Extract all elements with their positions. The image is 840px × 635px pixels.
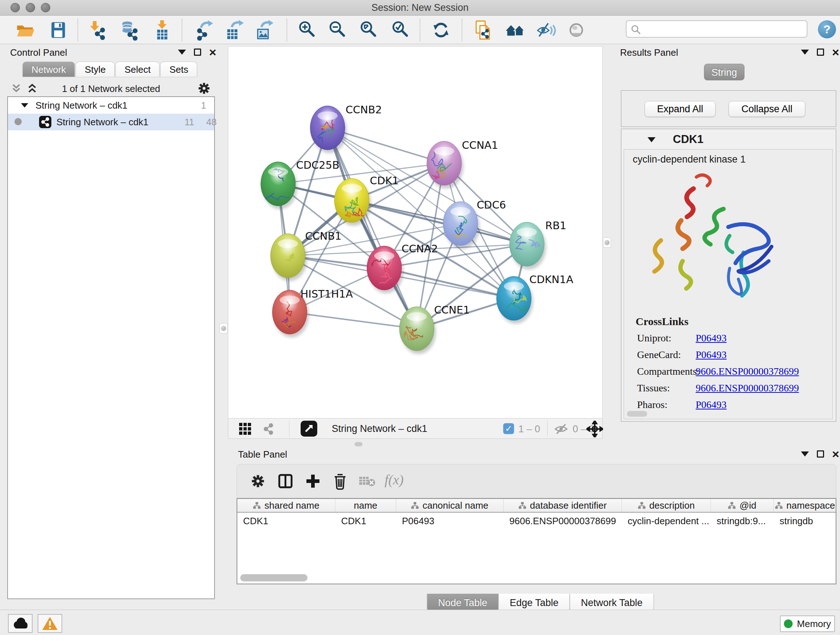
search-field[interactable] [626, 20, 807, 38]
crosslink-label: Compartments: [624, 366, 696, 377]
tab-string[interactable]: String [704, 64, 745, 80]
delete-column-icon[interactable] [332, 472, 348, 490]
table-cell[interactable]: P06493 [396, 516, 504, 527]
maximize-panel-icon[interactable] [817, 450, 824, 458]
column-header-namespace[interactable]: namespace [774, 499, 836, 512]
warning-status-button[interactable] [38, 614, 62, 633]
crosslink-value[interactable]: P06493 [696, 349, 727, 361]
network-node-hist1h1a[interactable]: HIST1H1A [272, 288, 353, 337]
network-node-ccnb2[interactable]: CCNB2 [310, 103, 382, 153]
selected-checkbox-icon[interactable]: ✓ [503, 423, 514, 434]
clone-network-file-icon[interactable] [473, 19, 494, 41]
crosslink-value[interactable]: P06493 [696, 333, 727, 344]
export-table-icon[interactable] [224, 19, 245, 41]
table-cell[interactable]: CDK1 [237, 516, 335, 527]
zoom-in-icon[interactable] [297, 19, 317, 41]
details-hscroll-thumb[interactable] [627, 411, 647, 417]
tab-select[interactable]: Select [115, 62, 159, 77]
birdseye-view-icon[interactable] [238, 422, 252, 436]
maximize-panel-icon[interactable] [817, 49, 824, 56]
show-columns-icon[interactable] [278, 473, 294, 489]
delete-table-icon[interactable] [358, 475, 376, 488]
footer-separator [289, 421, 289, 437]
table-cell[interactable]: cyclin-dependent ... [622, 516, 711, 527]
show-all-eye-icon[interactable] [566, 19, 587, 41]
crosslink-value[interactable]: P06493 [696, 399, 727, 410]
bottom-splitter-handle[interactable] [355, 442, 363, 447]
export-network-icon[interactable] [194, 19, 215, 41]
column-header-description[interactable]: description [622, 499, 711, 512]
open-session-icon[interactable] [14, 19, 35, 41]
maximize-panel-icon[interactable] [194, 49, 201, 56]
homes-icon[interactable] [505, 19, 526, 41]
hidden-eye-icon[interactable] [554, 423, 570, 435]
save-session-icon[interactable] [48, 19, 69, 41]
crosslink-row: GeneCard:P06493 [624, 347, 832, 363]
network-node-cdkn1a[interactable]: CDKN1A [497, 273, 573, 324]
add-column-icon[interactable] [305, 473, 321, 489]
collection-expand-icon[interactable] [21, 103, 28, 108]
function-builder-icon[interactable]: f(x) [385, 472, 404, 488]
fit-content-crosshair-icon[interactable] [586, 421, 603, 437]
tab-edge-table[interactable]: Edge Table [499, 594, 570, 612]
zoom-selected-icon[interactable] [390, 19, 411, 41]
column-header-shared-name[interactable]: shared name [237, 499, 335, 512]
float-panel-icon[interactable] [801, 451, 809, 456]
column-header-database-identifier[interactable]: database identifier [504, 499, 622, 512]
column-header--id[interactable]: @id [711, 499, 774, 512]
table-cell[interactable]: stringdb:9... [711, 516, 774, 527]
toolbar-separator [420, 19, 420, 41]
export-image-icon[interactable] [254, 19, 275, 41]
table-cell[interactable]: stringdb [774, 516, 836, 527]
table-cell[interactable]: 9606.ENSP00000378699 [504, 516, 622, 527]
right-splitter-handle[interactable] [603, 238, 611, 248]
close-panel-icon[interactable]: × [209, 49, 216, 56]
crosslink-value[interactable]: 9606.ENSP00000378699 [696, 366, 799, 377]
close-panel-icon[interactable]: × [832, 450, 839, 458]
table-hscroll-thumb[interactable] [240, 574, 308, 581]
collapse-all-button[interactable]: Collapse All [729, 101, 805, 117]
network-node-ccne1[interactable]: CCNE1 [399, 304, 470, 354]
network-canvas-svg[interactable]: CCNB2CCNA1CDC25BCDK1CDC6RB1CCNB1CCNA2CDK… [228, 46, 603, 418]
column-header-canonical-name[interactable]: canonical name [396, 499, 504, 512]
tab-sets[interactable]: Sets [160, 62, 197, 77]
node-table-row[interactable]: CDK1CDK1P064939606.ENSP00000378699cyclin… [237, 513, 836, 529]
network-node-ccnb1[interactable]: CCNB1 [271, 230, 341, 281]
column-header-name[interactable]: name [335, 499, 396, 512]
crosslink-value[interactable]: 9606.ENSP00000378699 [696, 382, 799, 394]
hide-selected-eye-icon[interactable] [535, 19, 556, 41]
import-table-icon[interactable] [152, 19, 172, 41]
cloud-status-button[interactable] [8, 614, 33, 633]
tab-node-table[interactable]: Node Table [427, 594, 499, 612]
network-edge[interactable] [384, 268, 514, 298]
network-options-gear-icon[interactable] [197, 82, 210, 95]
network-row[interactable]: String Network – cdk1 11 48 [8, 114, 214, 130]
left-splitter-handle[interactable] [219, 323, 227, 333]
float-panel-icon[interactable] [178, 50, 186, 55]
import-network-from-database-icon[interactable] [119, 19, 141, 41]
expand-all-button[interactable]: Expand All [645, 101, 715, 117]
tab-style[interactable]: Style [76, 62, 115, 77]
tab-network-table[interactable]: Network Table [570, 594, 654, 612]
float-panel-icon[interactable] [801, 50, 809, 55]
network-node-cdc6[interactable]: CDC6 [443, 199, 506, 249]
zoom-out-icon[interactable] [327, 19, 348, 41]
zoom-fit-icon[interactable] [358, 19, 379, 41]
refresh-icon[interactable] [431, 19, 452, 41]
tab-network[interactable]: Network [22, 62, 75, 77]
network-node-rb1[interactable]: RB1 [509, 219, 566, 270]
open-in-window-icon[interactable] [301, 421, 317, 437]
results-panel-window-controls: × [801, 49, 839, 56]
help-button[interactable]: ? [818, 20, 836, 38]
table-cell[interactable]: CDK1 [335, 516, 396, 527]
import-network-icon[interactable] [88, 19, 109, 41]
close-panel-icon[interactable]: × [832, 49, 839, 56]
network-share-icon[interactable] [262, 422, 275, 436]
table-gear-icon[interactable] [251, 474, 265, 488]
network-collection-row[interactable]: String Network – cdk1 1 [8, 97, 214, 114]
memory-button[interactable]: Memory [780, 616, 835, 632]
network-state-dot [14, 118, 22, 125]
search-input[interactable] [643, 22, 802, 35]
network-node-cdk1[interactable]: CDK1 [334, 174, 399, 226]
entry-collapse-icon[interactable] [647, 137, 655, 142]
